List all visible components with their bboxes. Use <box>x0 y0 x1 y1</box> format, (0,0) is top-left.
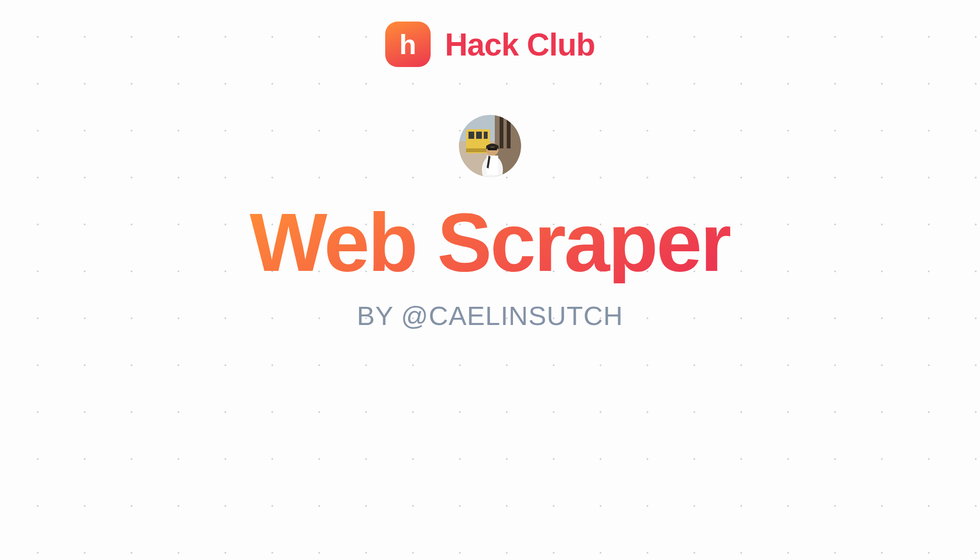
avatar-image <box>459 115 521 177</box>
logo-letter: h <box>399 31 416 58</box>
author-byline: BY @CAELINSUTCH <box>357 300 623 331</box>
header: h Hack Club <box>385 22 595 67</box>
svg-rect-8 <box>476 132 482 139</box>
hackclub-logo-icon: h <box>385 22 431 67</box>
svg-rect-7 <box>468 132 474 139</box>
brand-name: Hack Club <box>445 26 595 63</box>
page-title: Web Scraper <box>250 201 730 283</box>
svg-rect-14 <box>488 147 497 150</box>
svg-rect-9 <box>484 132 488 139</box>
svg-rect-5 <box>507 115 511 148</box>
author-avatar <box>459 115 521 177</box>
svg-rect-4 <box>500 115 503 148</box>
